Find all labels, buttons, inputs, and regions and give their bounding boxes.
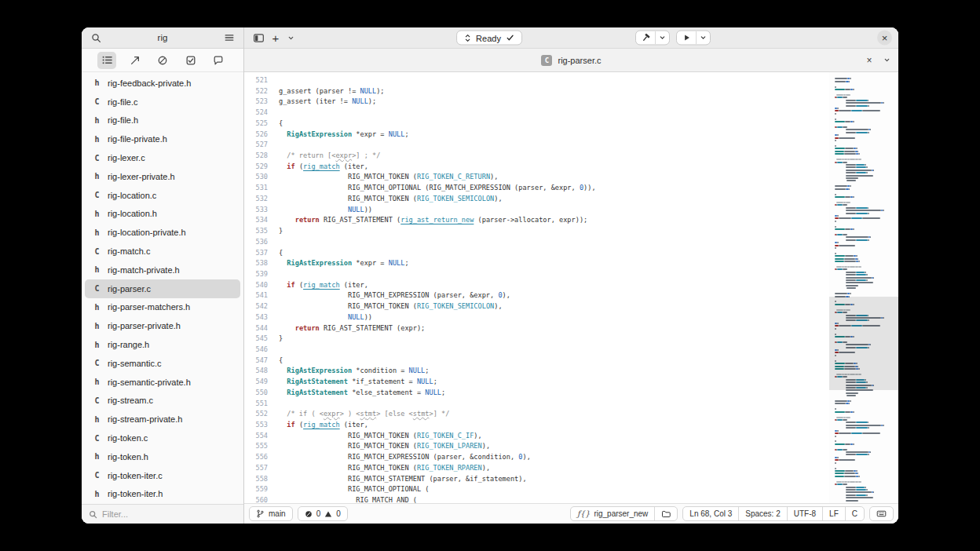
file-row[interactable]: hrig-location.h bbox=[85, 205, 240, 224]
indentation-setting[interactable]: Spaces: 2 bbox=[739, 507, 786, 520]
file-row[interactable]: Crig-location.c bbox=[85, 186, 240, 205]
code-line: 521 bbox=[244, 75, 829, 86]
new-tab-button[interactable]: + bbox=[268, 30, 283, 46]
file-row[interactable]: Crig-stream.c bbox=[85, 392, 240, 411]
tab-close-button[interactable]: × bbox=[861, 53, 877, 68]
current-function-button[interactable]: ƒ{} rig_parser_new bbox=[571, 507, 654, 520]
code-line: 549 RigAstStatement *if_statement = NULL… bbox=[244, 377, 829, 388]
minimap-line bbox=[835, 170, 894, 171]
file-row[interactable]: Crig-token-iter.c bbox=[85, 466, 240, 485]
file-row[interactable]: hrig-file.h bbox=[85, 111, 240, 130]
diagnostics-tab[interactable] bbox=[153, 52, 172, 69]
run-button[interactable] bbox=[677, 31, 696, 45]
line-number: 526 bbox=[244, 130, 268, 140]
file-row[interactable]: Crig-token.c bbox=[85, 429, 240, 447]
file-name: rig-file.h bbox=[108, 115, 138, 125]
minimap-line bbox=[835, 266, 894, 268]
search-icon[interactable] bbox=[88, 30, 104, 46]
minimap-line bbox=[835, 78, 894, 79]
window-close-button[interactable]: × bbox=[877, 31, 892, 46]
minimap-line bbox=[835, 457, 894, 458]
panel-toggle-icon[interactable] bbox=[250, 30, 266, 46]
encoding-setting[interactable]: UTF-8 bbox=[788, 507, 822, 520]
run-split-button bbox=[676, 31, 711, 46]
minimap-line bbox=[835, 268, 894, 270]
line-number: 555 bbox=[244, 441, 268, 452]
todo-tab[interactable] bbox=[181, 52, 200, 69]
build-pipeline-tab[interactable] bbox=[126, 52, 144, 69]
run-dropdown[interactable] bbox=[697, 31, 710, 45]
code-line: 528 /* return [<expr>] ; */ bbox=[244, 151, 829, 162]
file-row[interactable]: hrig-feedback-private.h bbox=[85, 74, 240, 93]
line-number: 530 bbox=[244, 172, 268, 183]
project-tree-tab[interactable] bbox=[97, 52, 116, 69]
line-ending-setting[interactable]: LF bbox=[823, 507, 845, 520]
line-number: 548 bbox=[244, 366, 268, 377]
minimap-line bbox=[835, 253, 894, 254]
tab-rig-parser[interactable]: C rig-parser.c bbox=[541, 55, 601, 66]
minimap-line bbox=[835, 245, 894, 246]
file-row[interactable]: hrig-file-private.h bbox=[85, 130, 240, 148]
header-bar: + Ready bbox=[244, 27, 898, 49]
file-row[interactable]: hrig-parser-matchers.h bbox=[85, 298, 240, 317]
filter-input[interactable] bbox=[102, 509, 236, 519]
build-status-button[interactable]: Ready bbox=[456, 31, 522, 46]
minimap-line bbox=[835, 97, 894, 98]
line-number: 554 bbox=[244, 431, 268, 442]
minimap-line bbox=[835, 417, 894, 418]
diagnostics-button[interactable]: 0 0 bbox=[298, 506, 348, 521]
line-number: 542 bbox=[244, 301, 268, 312]
minimap-line bbox=[835, 293, 894, 294]
code-area[interactable]: 521522g_assert (parser != NULL);523g_ass… bbox=[244, 72, 829, 503]
cursor-position[interactable]: Ln 68, Col 3 bbox=[683, 507, 738, 520]
branch-button[interactable]: main bbox=[249, 506, 293, 521]
build-dropdown[interactable] bbox=[656, 31, 669, 45]
file-row[interactable]: Crig-parser.c bbox=[85, 279, 240, 298]
new-tab-dropdown[interactable] bbox=[285, 30, 296, 46]
file-row[interactable]: Crig-match.c bbox=[85, 242, 240, 261]
file-row[interactable]: hrig-match-private.h bbox=[85, 261, 240, 279]
minimap-line bbox=[835, 400, 894, 402]
minimap-line bbox=[835, 392, 894, 394]
build-button[interactable] bbox=[636, 31, 655, 45]
minimap-line bbox=[835, 446, 894, 447]
minimap-line bbox=[835, 89, 894, 90]
file-row[interactable]: Crig-semantic.c bbox=[85, 354, 240, 373]
file-browse-button[interactable] bbox=[655, 507, 677, 520]
minimap-line bbox=[835, 92, 894, 93]
line-number: 540 bbox=[244, 280, 268, 291]
line-number: 525 bbox=[244, 119, 268, 130]
menu-icon[interactable] bbox=[221, 30, 237, 46]
file-row[interactable]: hrig-lexer-private.h bbox=[85, 167, 240, 186]
file-row[interactable]: hrig-parser-private.h bbox=[85, 316, 240, 335]
file-name: rig-location.c bbox=[108, 191, 156, 200]
minimap-viewport[interactable] bbox=[829, 297, 898, 390]
file-row[interactable]: hrig-range.h bbox=[85, 335, 240, 354]
plus-icon: + bbox=[272, 32, 280, 44]
file-row[interactable]: Crig-file.c bbox=[85, 93, 240, 111]
code-line: 554 RIG_MATCH_TOKEN (RIG_TOKEN_C_IF), bbox=[244, 431, 829, 442]
file-list: hrig-feedback-private.hCrig-file.chrig-f… bbox=[82, 72, 243, 504]
line-number: 532 bbox=[244, 194, 268, 205]
keyboard-button[interactable] bbox=[870, 507, 893, 520]
file-row[interactable]: hrig-location-private.h bbox=[85, 223, 240, 242]
minimap[interactable] bbox=[829, 72, 898, 503]
file-row[interactable]: hrig-semantic-private.h bbox=[85, 373, 240, 392]
minimap-line bbox=[835, 140, 894, 141]
folder-icon bbox=[661, 509, 671, 519]
file-row[interactable]: hrig-token.h bbox=[85, 447, 240, 466]
project-search-text[interactable]: rig bbox=[107, 33, 218, 42]
line-number: 543 bbox=[244, 312, 268, 323]
chat-tab[interactable] bbox=[209, 52, 228, 69]
file-row[interactable]: hrig-stream-private.h bbox=[85, 410, 240, 429]
header-file-icon: h bbox=[93, 172, 101, 181]
file-row[interactable]: hrig-token-iter.h bbox=[85, 485, 240, 504]
warnings-icon bbox=[324, 510, 332, 518]
chevron-down-icon bbox=[659, 35, 666, 42]
minimap-line bbox=[835, 403, 894, 404]
language-setting[interactable]: C bbox=[846, 507, 864, 520]
file-name: rig-token.c bbox=[108, 433, 148, 443]
function-icon: ƒ{} bbox=[577, 509, 590, 518]
file-row[interactable]: Crig-lexer.c bbox=[85, 148, 240, 167]
tab-list-dropdown[interactable] bbox=[879, 53, 894, 68]
